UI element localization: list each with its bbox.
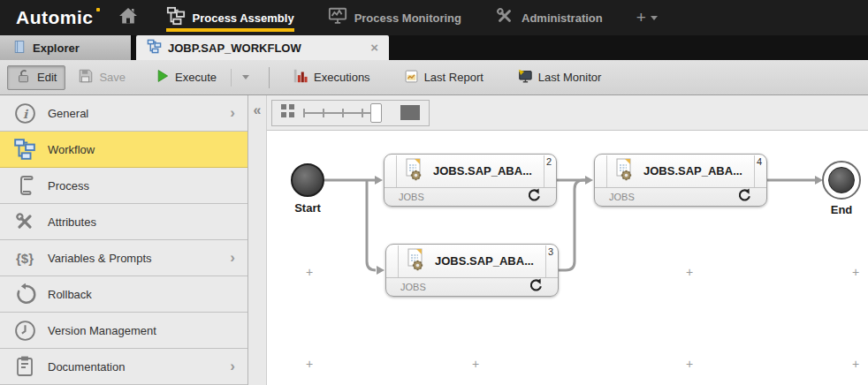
task-index: 3 (548, 246, 553, 257)
sidebar-item-label: Attributes (48, 215, 96, 229)
zoom-preview-icon[interactable] (400, 105, 420, 120)
button-label: Edit (37, 71, 57, 84)
sidebar-item-variables-prompts[interactable]: {$} Variables & Prompts › (0, 240, 247, 276)
clipboard-icon (11, 356, 38, 377)
script-icon (11, 175, 38, 196)
sidebar-item-documentation[interactable]: Documentation › (0, 349, 247, 385)
drop-target-plus[interactable]: + (306, 268, 313, 276)
chevron-right-icon: › (230, 360, 235, 373)
drop-target-plus[interactable]: + (686, 359, 693, 368)
tools-icon (11, 211, 38, 232)
workflow-canvas-toolbar (267, 95, 868, 131)
drop-target-plus[interactable]: + (852, 268, 859, 276)
start-node[interactable] (291, 163, 324, 197)
slider-track (303, 112, 379, 114)
plus-icon: + (636, 8, 646, 27)
sidebar-item-workflow[interactable]: Workflow (0, 132, 247, 168)
play-icon (156, 69, 170, 86)
node-left-divider (398, 245, 399, 277)
zoom-control (271, 100, 430, 126)
nav-item-administration[interactable]: Administration (495, 0, 603, 35)
sidebar-item-label: Rollback (48, 288, 92, 301)
sidebar-item-general[interactable]: i General › (0, 95, 247, 132)
sidebar-item-label: Variables & Prompts (48, 252, 152, 265)
execute-button[interactable]: Execute (147, 65, 225, 90)
sidebar-item-process[interactable]: Process (0, 168, 247, 204)
administration-icon (495, 6, 514, 29)
drop-target-plus[interactable]: + (686, 268, 693, 276)
chevron-down-icon (242, 75, 249, 79)
collapse-sidebar-button[interactable]: « (248, 95, 266, 125)
sidebar-item-label: General (48, 107, 88, 120)
start-node-label: Start (294, 201, 321, 215)
save-button[interactable]: Save (69, 65, 134, 90)
workflow-task-node-4[interactable]: 4 JOBS.SAP_ABA... JOBS (594, 154, 767, 207)
workflow-icon (11, 138, 38, 161)
node-left-divider (606, 155, 607, 187)
restart-icon[interactable] (527, 188, 541, 206)
tab-workflow-document[interactable]: JOBP.SAP_WORKFLOW × (136, 35, 389, 60)
slider-tick (342, 109, 344, 117)
executions-button[interactable]: Executions (284, 65, 379, 90)
last-report-button[interactable]: Last Report (395, 65, 492, 90)
workflow-canvas[interactable]: Start End 2 JOBS.SAP_ABA... JOBS (267, 131, 868, 385)
task-title: JOBS.SAP_ABA... (433, 164, 532, 177)
end-node-inner (828, 167, 855, 193)
last-monitor-button[interactable]: Last Monitor (508, 65, 611, 90)
button-label: Last Monitor (538, 71, 602, 84)
nav-item-process-monitoring[interactable]: Process Monitoring (328, 0, 461, 35)
drop-target-plus[interactable]: + (472, 359, 479, 368)
restart-icon[interactable] (529, 278, 543, 296)
explorer-icon (12, 40, 27, 57)
sidebar-item-label: Workflow (48, 143, 95, 156)
sidebar-item-version-management[interactable]: Version Management (0, 313, 247, 349)
home-icon (118, 5, 139, 30)
task-index: 4 (757, 156, 762, 167)
chevron-right-icon: › (230, 107, 235, 119)
node-right-divider (545, 245, 546, 277)
button-label: Save (99, 71, 126, 84)
variables-icon: {$} (11, 251, 38, 266)
sidebar-item-label: Process (48, 179, 89, 192)
sap-job-icon (404, 158, 425, 185)
close-icon[interactable]: × (370, 41, 378, 54)
report-document-icon (404, 69, 419, 87)
zoom-slider-handle[interactable] (370, 103, 382, 123)
home-button[interactable] (117, 6, 140, 29)
monitor-icon (517, 68, 533, 87)
end-node[interactable] (822, 161, 861, 200)
sap-job-icon (406, 248, 427, 275)
button-label: Executions (314, 71, 370, 84)
node-right-divider (754, 155, 755, 187)
tab-strip: Explorer JOBP.SAP_WORKFLOW × (0, 35, 868, 60)
grid-layout-icon[interactable] (281, 104, 294, 121)
zoom-slider[interactable] (303, 102, 392, 124)
add-perspective-button[interactable]: + (636, 8, 658, 27)
task-type-badge: JOBS (399, 192, 424, 202)
nav-item-process-assembly[interactable]: Process Assembly (166, 0, 294, 35)
sidebar-item-rollback[interactable]: Rollback (0, 276, 247, 313)
execute-options-dropdown[interactable] (237, 72, 255, 83)
workflow-task-node-2[interactable]: 2 JOBS.SAP_ABA... JOBS (384, 154, 557, 207)
chevron-right-icon: › (230, 252, 235, 264)
drop-target-plus[interactable]: + (306, 359, 313, 368)
nav-item-label: Administration (522, 11, 603, 25)
slider-tick (323, 109, 324, 117)
sidebar-item-attributes[interactable]: Attributes (0, 204, 247, 240)
process-assembly-icon (166, 6, 186, 29)
end-node-label: End (831, 203, 853, 216)
process-monitoring-icon (328, 6, 347, 29)
sidebar-item-label: Version Management (48, 324, 156, 337)
edit-button[interactable]: Edit (7, 65, 65, 90)
workflow-task-node-3[interactable]: 3 JOBS.SAP_ABA... JOBS (385, 244, 559, 297)
tab-explorer[interactable]: Explorer (0, 35, 133, 60)
task-type-badge: JOBS (400, 282, 426, 292)
restart-icon[interactable] (737, 188, 751, 206)
brand-trademark (96, 8, 100, 11)
save-icon (78, 68, 94, 87)
tab-label: Explorer (33, 42, 80, 55)
padlock-open-icon (16, 68, 32, 87)
drop-target-plus[interactable]: + (852, 359, 859, 368)
info-icon: i (11, 102, 38, 125)
object-sections-sidebar: i General › Workflow Process (0, 95, 248, 385)
